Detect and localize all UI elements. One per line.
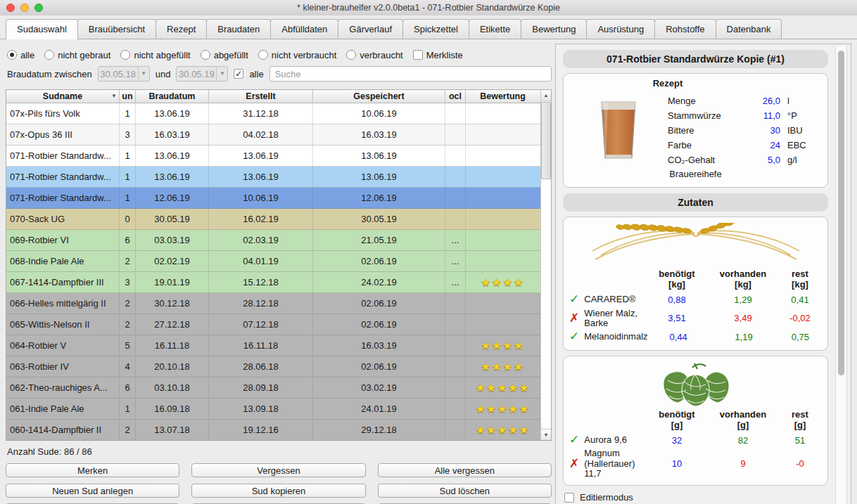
radio-circle-icon (258, 50, 268, 60)
panel-scrollbar[interactable] (835, 46, 847, 504)
tab-rohstoffe[interactable]: Rohstoffe (654, 19, 716, 39)
header-braudatum[interactable]: Braudatum (136, 90, 209, 103)
cell-sudname: 062-Theo-rauchiges A... (6, 377, 120, 398)
table-row[interactable]: 064-Rotbier V516.11.1816.11.1816.03.19★★… (6, 335, 551, 356)
table-scrollbar[interactable]: ▲ ▼ (540, 90, 551, 440)
header-nr[interactable]: un (120, 90, 136, 103)
tab-ausruestung[interactable]: Ausrüstung (586, 19, 655, 39)
radio-nicht-abgefuellt[interactable]: nicht abgefüllt (120, 50, 190, 60)
cell-braudatum: 03.03.19 (136, 230, 209, 250)
table-row[interactable]: 061-Indie Pale Ale116.09.1813.09.1824.01… (6, 399, 551, 420)
recipe-label: Menge (668, 96, 744, 106)
cell-nr: 6 (120, 377, 136, 398)
radio-verbraucht[interactable]: verbraucht (346, 50, 402, 60)
table-row[interactable]: 071-Rotbier Standardw...113.06.1913.06.1… (6, 146, 551, 167)
cell-erstellt: 13.06.19 (209, 167, 313, 187)
ingredient-name: Melanoidinmalz (584, 332, 647, 342)
vergessen-button[interactable]: Vergessen (191, 463, 365, 477)
table-row[interactable]: 068-Indie Pale Ale202.02.1904.01.1902.06… (6, 251, 551, 272)
cell-bewertung: ★★★★★ (466, 420, 540, 440)
tab-rezept[interactable]: Rezept (155, 19, 207, 39)
search-input[interactable] (269, 66, 552, 82)
recipe-values: Menge26,0lStammwürze11,0°PBittere30IBUFa… (668, 92, 822, 167)
tab-braudaten[interactable]: Braudaten (206, 19, 271, 39)
header-gespeichert[interactable]: Gespeichert (313, 90, 445, 103)
radio-nicht-verbraucht[interactable]: nicht verbraucht (258, 50, 337, 60)
tab-sudauswahl[interactable]: Sudauswahl (6, 19, 78, 39)
merken-button[interactable]: Merken (6, 463, 179, 477)
table-row[interactable]: 065-Wittis-Nelson II227.12.1807.12.1802.… (6, 314, 551, 335)
tab-gaerverlauf[interactable]: Gärverlauf (338, 19, 403, 39)
editiermodus-checkbox[interactable] (564, 493, 574, 503)
sud-kopieren-button[interactable]: Sud kopieren (191, 484, 365, 498)
table-row[interactable]: 071-Rotbier Standardw...113.06.1913.06.1… (6, 167, 551, 188)
neuen-sud-anlegen-button[interactable]: Neuen Sud anlegen (6, 484, 179, 498)
ingredient-name: CARARED® (584, 295, 635, 304)
table-row[interactable]: 060-1414-Dampfbier II213.07.1819.12.1629… (6, 420, 551, 441)
tab-brauuebersicht[interactable]: Brauübersicht (77, 19, 156, 39)
table-row[interactable]: 071-Rotbier Standardw...112.06.1910.06.1… (6, 188, 551, 209)
cell-nr: 1 (120, 188, 136, 208)
header-erstellt[interactable]: Erstellt (209, 90, 313, 103)
tab-bewertung[interactable]: Bewertung (521, 19, 587, 39)
header-woche[interactable]: ocl (445, 90, 466, 103)
tab-abfuelldaten[interactable]: Abfülldaten (270, 19, 338, 39)
tab-spickzettel[interactable]: Spickzettel (402, 19, 469, 39)
cell-erstellt: 10.06.19 (209, 188, 313, 208)
ingredient-row: ✓Melanoidinmalz0,441,190,75 (569, 330, 822, 344)
sud-loeschen-button[interactable]: Sud löschen (378, 484, 552, 498)
header-sudname[interactable]: Sudname▼ (6, 90, 120, 103)
cell-bewertung: ★★★★ (466, 335, 540, 356)
radio-nicht-gebraut[interactable]: nicht gebraut (44, 50, 110, 60)
recipe-card: Rezept Menge26,0lStammwürze11,0°PBittere… (563, 73, 828, 188)
radio-circle-icon (44, 50, 54, 60)
merkliste-checkbox[interactable]: Merkliste (413, 50, 463, 60)
table-row[interactable]: 070-Sack UG030.05.1916.02.1930.05.19 (6, 209, 551, 230)
date-from-select[interactable]: 30.05.18 ▼ (98, 66, 150, 82)
cell-bewertung (466, 230, 540, 250)
merkliste-label: Merkliste (426, 50, 463, 60)
cell-erstellt: 02.03.19 (209, 230, 313, 250)
scroll-down-icon[interactable]: ▼ (541, 429, 551, 440)
cell-braudatum: 16.09.18 (136, 399, 209, 419)
radio-abgefuellt[interactable]: abgefüllt (201, 50, 248, 60)
table-row[interactable]: 069-Rotbier VI603.03.1902.03.1921.05.19.… (6, 230, 551, 251)
recipe-row: Farbe24EBC (668, 138, 822, 153)
cell-sudname: 063-Rotbier IV (6, 356, 120, 377)
rest-value: -0 (778, 458, 822, 469)
cell-nr: 1 (120, 167, 136, 187)
radio-alle[interactable]: alle (7, 50, 34, 60)
tab-bar: SudauswahlBrauübersichtRezeptBraudatenAb… (0, 15, 857, 39)
cell-gespeichert: 02.06.19 (313, 314, 445, 335)
tab-datenbank[interactable]: Datenbank (716, 19, 782, 39)
minimize-window-icon[interactable] (20, 4, 29, 12)
header-bewertung[interactable]: Bewertung (466, 90, 540, 103)
cell-erstellt: 15.12.18 (209, 272, 313, 292)
alle-vergessen-button[interactable]: Alle vergessen (378, 463, 552, 477)
recipe-label: Farbe (668, 140, 744, 150)
table-row[interactable]: 063-Rotbier IV420.10.1828.06.1802.06.19★… (6, 356, 551, 377)
scroll-thumb[interactable] (541, 102, 551, 179)
cell-nr: 1 (120, 146, 136, 166)
zoom-window-icon[interactable] (34, 4, 43, 12)
date-to-select[interactable]: 30.05.19 ▼ (176, 66, 228, 82)
cell-bewertung (466, 103, 540, 124)
panel-scroll-thumb[interactable] (838, 51, 844, 375)
benoetigt-value: 32 (646, 435, 708, 446)
tab-etikette[interactable]: Etikette (469, 19, 521, 39)
table-row[interactable]: 07x-Opus 36 III316.03.1904.02.1816.03.19 (6, 124, 551, 146)
table-row[interactable]: 066-Helles mittelgärig II230.12.1828.12.… (6, 293, 551, 314)
table-row[interactable]: 067-1414-Dampfbier III319.01.1915.12.182… (6, 272, 551, 293)
table-row[interactable]: 07x-Pils fürs Volk113.06.1931.12.1810.06… (6, 103, 551, 124)
scroll-up-icon[interactable]: ▲ (541, 90, 551, 101)
cross-icon: ✗ (569, 458, 579, 471)
cell-braudatum: 13.06.19 (136, 146, 209, 166)
cell-woche (445, 356, 466, 377)
cell-woche (445, 420, 466, 440)
rest-value: 0,75 (779, 332, 822, 342)
close-window-icon[interactable] (6, 4, 15, 12)
table-row[interactable]: 062-Theo-rauchiges A...603.10.1828.09.18… (6, 377, 551, 399)
cell-woche (445, 188, 466, 208)
brew-table: Sudname▼unBraudatumErstelltGespeichertoc… (6, 89, 552, 441)
alle-dates-checkbox[interactable]: ✓ (234, 69, 243, 79)
